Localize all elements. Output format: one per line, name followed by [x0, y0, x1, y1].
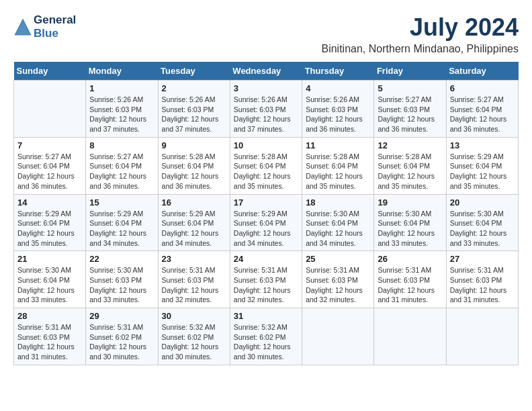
day-header-monday: Monday — [86, 62, 158, 81]
day-number: 30 — [162, 311, 226, 321]
day-info: Sunrise: 5:29 AM Sunset: 6:04 PM Dayligh… — [89, 209, 154, 248]
day-number: 22 — [89, 254, 154, 264]
day-info: Sunrise: 5:26 AM Sunset: 6:03 PM Dayligh… — [89, 95, 154, 134]
calendar-cell: 7Sunrise: 5:27 AM Sunset: 6:04 PM Daylig… — [14, 137, 86, 194]
calendar-cell: 3Sunrise: 5:26 AM Sunset: 6:03 PM Daylig… — [230, 81, 302, 138]
day-info: Sunrise: 5:30 AM Sunset: 6:04 PM Dayligh… — [450, 209, 515, 248]
day-number: 24 — [234, 254, 298, 264]
day-number: 27 — [450, 254, 515, 264]
calendar-week-row: 7Sunrise: 5:27 AM Sunset: 6:04 PM Daylig… — [14, 137, 519, 194]
calendar-cell: 29Sunrise: 5:31 AM Sunset: 6:02 PM Dayli… — [86, 308, 158, 365]
main-title: July 2024 — [321, 13, 519, 42]
day-number: 23 — [162, 254, 226, 264]
day-number: 15 — [89, 197, 154, 208]
day-info: Sunrise: 5:27 AM Sunset: 6:03 PM Dayligh… — [378, 95, 442, 134]
day-header-friday: Friday — [374, 62, 446, 81]
calendar-cell: 14Sunrise: 5:29 AM Sunset: 6:04 PM Dayli… — [14, 194, 86, 251]
day-number: 7 — [17, 140, 82, 150]
day-info: Sunrise: 5:28 AM Sunset: 6:04 PM Dayligh… — [162, 152, 226, 191]
calendar-cell — [446, 308, 518, 365]
calendar-cell: 17Sunrise: 5:29 AM Sunset: 6:04 PM Dayli… — [230, 194, 302, 251]
day-info: Sunrise: 5:28 AM Sunset: 6:04 PM Dayligh… — [378, 152, 442, 191]
day-header-wednesday: Wednesday — [230, 62, 302, 81]
day-info: Sunrise: 5:30 AM Sunset: 6:04 PM Dayligh… — [306, 209, 370, 248]
day-info: Sunrise: 5:29 AM Sunset: 6:04 PM Dayligh… — [450, 152, 515, 191]
day-info: Sunrise: 5:26 AM Sunset: 6:03 PM Dayligh… — [306, 95, 370, 134]
calendar-cell: 18Sunrise: 5:30 AM Sunset: 6:04 PM Dayli… — [302, 194, 374, 251]
calendar-cell: 11Sunrise: 5:28 AM Sunset: 6:04 PM Dayli… — [302, 137, 374, 194]
day-info: Sunrise: 5:31 AM Sunset: 6:03 PM Dayligh… — [17, 322, 82, 362]
calendar-cell: 24Sunrise: 5:31 AM Sunset: 6:03 PM Dayli… — [230, 251, 302, 308]
calendar-week-row: 1Sunrise: 5:26 AM Sunset: 6:03 PM Daylig… — [14, 81, 519, 138]
day-number: 19 — [378, 197, 442, 208]
calendar-week-row: 14Sunrise: 5:29 AM Sunset: 6:04 PM Dayli… — [14, 194, 519, 251]
day-info: Sunrise: 5:26 AM Sunset: 6:03 PM Dayligh… — [234, 95, 298, 134]
day-info: Sunrise: 5:31 AM Sunset: 6:03 PM Dayligh… — [234, 265, 298, 305]
day-number: 8 — [89, 140, 154, 150]
calendar-cell: 9Sunrise: 5:28 AM Sunset: 6:04 PM Daylig… — [158, 137, 230, 194]
logo-icon — [13, 17, 32, 36]
day-number: 29 — [89, 311, 154, 321]
calendar-cell: 20Sunrise: 5:30 AM Sunset: 6:04 PM Dayli… — [446, 194, 518, 251]
day-number: 25 — [306, 254, 370, 264]
day-number: 31 — [234, 311, 298, 321]
day-number: 10 — [234, 140, 298, 150]
calendar-cell: 10Sunrise: 5:28 AM Sunset: 6:04 PM Dayli… — [230, 137, 302, 194]
day-number: 11 — [306, 140, 370, 150]
calendar-cell: 13Sunrise: 5:29 AM Sunset: 6:04 PM Dayli… — [446, 137, 518, 194]
calendar-cell: 28Sunrise: 5:31 AM Sunset: 6:03 PM Dayli… — [14, 308, 86, 365]
calendar-table: SundayMondayTuesdayWednesdayThursdayFrid… — [13, 62, 519, 365]
day-info: Sunrise: 5:27 AM Sunset: 6:04 PM Dayligh… — [89, 152, 154, 191]
day-info: Sunrise: 5:31 AM Sunset: 6:02 PM Dayligh… — [89, 322, 154, 362]
page-header: General Blue July 2024 Binitinan, Northe… — [13, 13, 519, 55]
day-number: 5 — [378, 83, 442, 93]
calendar-cell: 21Sunrise: 5:30 AM Sunset: 6:04 PM Dayli… — [14, 251, 86, 308]
day-number: 28 — [17, 311, 82, 321]
calendar-cell: 12Sunrise: 5:28 AM Sunset: 6:04 PM Dayli… — [374, 137, 446, 194]
day-number: 14 — [17, 197, 82, 208]
logo: General Blue — [13, 13, 76, 40]
calendar-cell: 2Sunrise: 5:26 AM Sunset: 6:03 PM Daylig… — [158, 81, 230, 138]
day-header-tuesday: Tuesday — [158, 62, 230, 81]
day-info: Sunrise: 5:31 AM Sunset: 6:03 PM Dayligh… — [450, 265, 515, 305]
day-info: Sunrise: 5:30 AM Sunset: 6:04 PM Dayligh… — [378, 209, 442, 248]
day-number: 21 — [17, 254, 82, 264]
subtitle: Binitinan, Northern Mindanao, Philippine… — [321, 43, 519, 55]
day-number: 3 — [234, 83, 298, 93]
calendar-cell — [14, 81, 86, 138]
calendar-cell: 23Sunrise: 5:31 AM Sunset: 6:03 PM Dayli… — [158, 251, 230, 308]
calendar-cell: 30Sunrise: 5:32 AM Sunset: 6:02 PM Dayli… — [158, 308, 230, 365]
day-info: Sunrise: 5:27 AM Sunset: 6:04 PM Dayligh… — [17, 152, 82, 191]
day-info: Sunrise: 5:26 AM Sunset: 6:03 PM Dayligh… — [162, 95, 226, 134]
day-info: Sunrise: 5:27 AM Sunset: 6:04 PM Dayligh… — [450, 95, 515, 134]
calendar-week-row: 21Sunrise: 5:30 AM Sunset: 6:04 PM Dayli… — [14, 251, 519, 308]
day-info: Sunrise: 5:28 AM Sunset: 6:04 PM Dayligh… — [306, 152, 370, 191]
day-number: 13 — [450, 140, 515, 150]
day-info: Sunrise: 5:29 AM Sunset: 6:04 PM Dayligh… — [162, 209, 226, 248]
day-number: 12 — [378, 140, 442, 150]
title-block: July 2024 Binitinan, Northern Mindanao, … — [321, 13, 519, 55]
day-number: 16 — [162, 197, 226, 208]
day-header-saturday: Saturday — [446, 62, 518, 81]
day-number: 20 — [450, 197, 515, 208]
calendar-week-row: 28Sunrise: 5:31 AM Sunset: 6:03 PM Dayli… — [14, 308, 519, 365]
calendar-cell: 8Sunrise: 5:27 AM Sunset: 6:04 PM Daylig… — [86, 137, 158, 194]
calendar-cell: 27Sunrise: 5:31 AM Sunset: 6:03 PM Dayli… — [446, 251, 518, 308]
calendar-cell: 6Sunrise: 5:27 AM Sunset: 6:04 PM Daylig… — [446, 81, 518, 138]
calendar-cell — [302, 308, 374, 365]
day-number: 18 — [306, 197, 370, 208]
logo-text: General Blue — [34, 13, 76, 40]
day-number: 26 — [378, 254, 442, 264]
day-number: 1 — [89, 83, 154, 93]
day-number: 4 — [306, 83, 370, 93]
day-number: 2 — [162, 83, 226, 93]
day-info: Sunrise: 5:31 AM Sunset: 6:03 PM Dayligh… — [378, 265, 442, 305]
day-number: 6 — [450, 83, 515, 93]
calendar-cell: 26Sunrise: 5:31 AM Sunset: 6:03 PM Dayli… — [374, 251, 446, 308]
calendar-cell: 22Sunrise: 5:30 AM Sunset: 6:03 PM Dayli… — [86, 251, 158, 308]
calendar-cell: 5Sunrise: 5:27 AM Sunset: 6:03 PM Daylig… — [374, 81, 446, 138]
day-info: Sunrise: 5:30 AM Sunset: 6:04 PM Dayligh… — [17, 265, 82, 305]
day-header-sunday: Sunday — [14, 62, 86, 81]
calendar-cell: 19Sunrise: 5:30 AM Sunset: 6:04 PM Dayli… — [374, 194, 446, 251]
calendar-cell: 16Sunrise: 5:29 AM Sunset: 6:04 PM Dayli… — [158, 194, 230, 251]
